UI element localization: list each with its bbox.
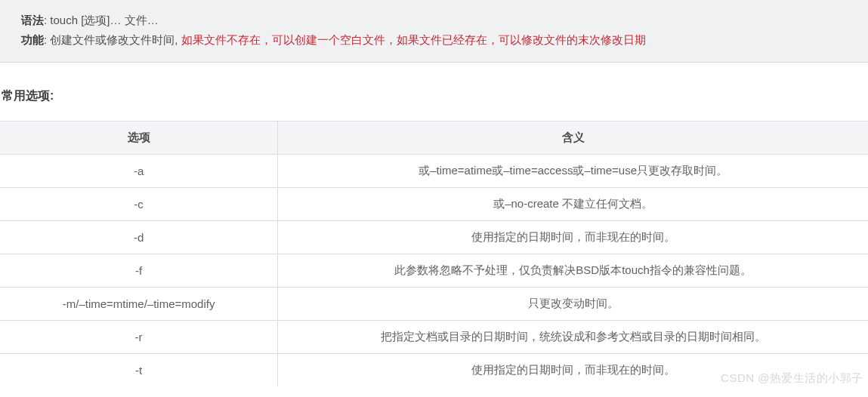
table-row: -d 使用指定的日期时间，而非现在的时间。 <box>0 221 868 254</box>
cell-meaning: 使用指定的日期时间，而非现在的时间。 <box>278 221 868 254</box>
cell-option: -a <box>0 155 278 188</box>
header-meaning: 含义 <box>278 122 868 155</box>
syntax-line: 语法: touch [选项]… 文件… <box>21 11 847 30</box>
section-title: 常用选项: <box>0 88 868 104</box>
func-value: : 创建文件或修改文件时间, <box>44 33 181 46</box>
table-row: -c 或–no-create 不建立任何文档。 <box>0 188 868 221</box>
cell-option: -f <box>0 254 278 288</box>
cell-option: -r <box>0 321 278 354</box>
cell-meaning: 或–time=atime或–time=access或–time=use只更改存取… <box>278 155 868 188</box>
cell-meaning: 只更改变动时间。 <box>278 288 868 321</box>
cell-option: -t <box>0 354 278 387</box>
cell-option: -m/–time=mtime/–time=modify <box>0 288 278 321</box>
func-red-desc: 如果文件不存在，可以创建一个空白文件，如果文件已经存在，可以修改文件的末次修改日… <box>181 33 646 46</box>
cell-meaning: 把指定文档或目录的日期时间，统统设成和参考文档或目录的日期时间相同。 <box>278 321 868 354</box>
info-box: 语法: touch [选项]… 文件… 功能: 创建文件或修改文件时间, 如果文… <box>0 0 868 63</box>
table-row: -m/–time=mtime/–time=modify 只更改变动时间。 <box>0 288 868 321</box>
syntax-label: 语法 <box>21 14 44 26</box>
table-header-row: 选项 含义 <box>0 122 868 155</box>
header-option: 选项 <box>0 122 278 155</box>
table-row: -t 使用指定的日期时间，而非现在的时间。 <box>0 354 868 387</box>
syntax-value: : touch [选项]… 文件… <box>44 14 159 26</box>
cell-meaning: 或–no-create 不建立任何文档。 <box>278 188 868 221</box>
function-line: 功能: 创建文件或修改文件时间, 如果文件不存在，可以创建一个空白文件，如果文件… <box>21 30 847 50</box>
cell-meaning: 使用指定的日期时间，而非现在的时间。 <box>278 354 868 387</box>
cell-option: -c <box>0 188 278 221</box>
table-row: -f 此参数将忽略不予处理，仅负责解决BSD版本touch指令的兼容性问题。 <box>0 254 868 288</box>
table-row: -a 或–time=atime或–time=access或–time=use只更… <box>0 155 868 188</box>
table-row: -r 把指定文档或目录的日期时间，统统设成和参考文档或目录的日期时间相同。 <box>0 321 868 354</box>
options-table: 选项 含义 -a 或–time=atime或–time=access或–time… <box>0 121 868 386</box>
cell-meaning: 此参数将忽略不予处理，仅负责解决BSD版本touch指令的兼容性问题。 <box>278 254 868 288</box>
cell-option: -d <box>0 221 278 254</box>
func-label: 功能 <box>21 33 44 46</box>
